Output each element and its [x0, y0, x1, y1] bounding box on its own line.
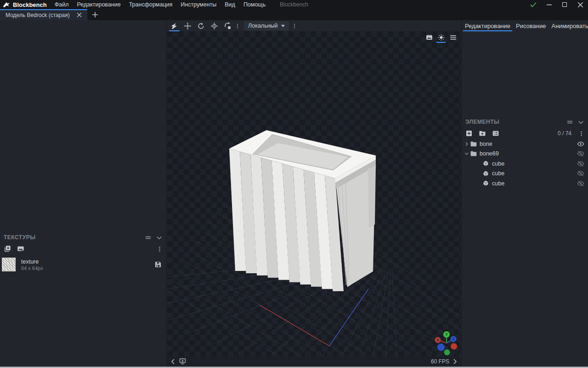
- folder-icon: [470, 151, 477, 156]
- fps-counter: 60 FPS: [431, 358, 449, 365]
- texture-size: 64 x 64px: [21, 265, 149, 271]
- cube-icon: [482, 161, 489, 167]
- texture-thumbnail[interactable]: [2, 258, 16, 271]
- outliner-item-name: bone: [480, 141, 577, 147]
- background-icon[interactable]: [424, 32, 435, 42]
- toolbar-menu-icon[interactable]: [292, 20, 297, 31]
- mode-tab-1[interactable]: Рисование: [514, 20, 548, 31]
- textures-toolbar: [0, 243, 166, 254]
- texture-name: texture: [21, 259, 149, 265]
- chevron-down-icon[interactable]: [463, 151, 470, 156]
- rotate-space-value: Локальный: [248, 23, 278, 29]
- app-logo: Blockbench: [0, 1, 51, 8]
- drag-handle-icon[interactable]: [566, 119, 573, 126]
- svg-text:X: X: [436, 338, 439, 342]
- minimize-button[interactable]: [541, 0, 557, 9]
- create-texture-button[interactable]: [4, 245, 11, 253]
- menu-3[interactable]: Инструменты: [176, 0, 220, 9]
- texture-list-item[interactable]: texture 64 x 64px: [0, 256, 166, 273]
- visibility-off-icon[interactable]: [577, 170, 584, 177]
- chevron-down-icon: [281, 25, 285, 27]
- textures-panel-header[interactable]: ТЕКСТУРЫ: [0, 231, 166, 243]
- elements-toolbar: 0 / 74: [462, 128, 588, 139]
- svg-text:Z: Z: [452, 337, 454, 341]
- tools-overflow-icon[interactable]: [235, 20, 240, 31]
- model-tab-label: Модель Bedrock (старая): [6, 12, 75, 18]
- add-cube-button[interactable]: [465, 130, 473, 137]
- collapse-panel-icon[interactable]: [577, 119, 584, 126]
- selection-counter: 0 / 74: [558, 130, 571, 137]
- scene-render: YXZ: [167, 31, 461, 356]
- cube-icon: [482, 180, 489, 186]
- collapse-panel-icon[interactable]: [156, 234, 163, 241]
- visibility-on-icon[interactable]: [577, 141, 584, 147]
- canvas-view-controls: [424, 32, 458, 42]
- right-panel: РедактированиеРисованиеАнимировать ЭЛЕМЕ…: [461, 20, 588, 367]
- elements-panel-header[interactable]: ЭЛЕМЕНТЫ: [462, 116, 588, 128]
- add-group-button[interactable]: [479, 130, 486, 137]
- visibility-off-icon[interactable]: [577, 161, 584, 167]
- viewport: Локальный YXZ: [167, 20, 461, 367]
- select-tool-button[interactable]: [168, 20, 181, 31]
- window-controls: [526, 0, 588, 9]
- blockbench-window: Blockbench ФайлРедактированиеТрансформац…: [0, 0, 588, 368]
- svg-text:Y: Y: [445, 332, 448, 337]
- prev-view-icon[interactable]: [171, 359, 175, 364]
- elements-panel-title: ЭЛЕМЕНТЫ: [465, 119, 566, 125]
- menubar: ФайлРедактированиеТрансформацияИнструмен…: [51, 0, 270, 9]
- mode-tab-2[interactable]: Анимировать: [549, 20, 588, 31]
- menu-4[interactable]: Вид: [220, 0, 239, 9]
- model-tab[interactable]: Модель Bedrock (старая): [0, 9, 87, 20]
- saved-check-icon: [526, 0, 541, 9]
- outliner-item-name: cube: [492, 161, 577, 167]
- outliner-row-bone-0[interactable]: bone: [462, 139, 588, 149]
- viewport-menu-icon[interactable]: [447, 32, 458, 42]
- elements-panel: ЭЛЕМЕНТЫ: [462, 116, 588, 189]
- outliner-row-cube-3[interactable]: cube: [462, 169, 588, 179]
- rotate-space-select[interactable]: Локальный: [244, 21, 289, 30]
- menu-1[interactable]: Редактирование: [73, 0, 124, 9]
- save-texture-icon[interactable]: [154, 261, 162, 268]
- outliner-row-cube-4[interactable]: cube: [462, 178, 588, 189]
- viewport-toolbar: Локальный: [167, 20, 461, 31]
- move-tool-button[interactable]: [181, 20, 194, 31]
- outliner-item-name: cube: [492, 180, 577, 187]
- app-name: Blockbench: [13, 1, 47, 8]
- tab-strip: Модель Bedrock (старая): [0, 9, 588, 20]
- vertex-snap-tool-button[interactable]: [221, 20, 234, 31]
- rotate-tool-button[interactable]: [195, 20, 207, 31]
- outliner-row-cube-2[interactable]: cube: [462, 159, 588, 169]
- pivot-tool-button[interactable]: [208, 20, 220, 31]
- tab-close-icon[interactable]: [75, 12, 84, 19]
- new-tab-button[interactable]: [87, 9, 103, 20]
- cube-icon: [482, 171, 489, 177]
- visibility-off-icon[interactable]: [577, 180, 584, 187]
- lighting-icon[interactable]: [435, 32, 447, 42]
- mode-tab-0[interactable]: Редактирование: [463, 20, 513, 31]
- 3d-canvas[interactable]: YXZ: [167, 31, 461, 356]
- mode-tabs: РедактированиеРисованиеАнимировать: [462, 20, 588, 31]
- outliner-row-bone69-1[interactable]: bone69: [462, 149, 588, 159]
- visibility-off-icon[interactable]: [577, 150, 584, 157]
- drag-handle-icon[interactable]: [145, 234, 152, 241]
- screenshot-icon[interactable]: [179, 358, 187, 365]
- maximize-button[interactable]: [557, 0, 572, 9]
- outliner-item-name: bone69: [480, 150, 577, 157]
- folder-icon: [470, 141, 477, 147]
- elements-menu-icon[interactable]: [578, 131, 584, 137]
- textures-panel: ТЕКСТУРЫ: [0, 231, 166, 273]
- menu-2[interactable]: Трансформация: [125, 0, 177, 9]
- outliner: bonebone69cubecubecube: [462, 139, 588, 189]
- textures-menu-icon[interactable]: [157, 246, 163, 252]
- close-window-button[interactable]: [572, 0, 588, 9]
- outliner-item-name: cube: [492, 170, 577, 177]
- toggle-outliner-view-button[interactable]: [492, 130, 499, 137]
- chevron-right-icon[interactable]: [463, 142, 470, 146]
- menu-5[interactable]: Помощь: [239, 0, 270, 9]
- import-texture-button[interactable]: [17, 245, 24, 253]
- blockbench-logo-icon: [3, 1, 10, 8]
- menu-0[interactable]: Файл: [51, 0, 73, 9]
- viewport-statusbar: 60 FPS: [167, 356, 461, 367]
- titlebar: Blockbench ФайлРедактированиеТрансформац…: [0, 0, 588, 9]
- next-view-icon[interactable]: [453, 359, 457, 364]
